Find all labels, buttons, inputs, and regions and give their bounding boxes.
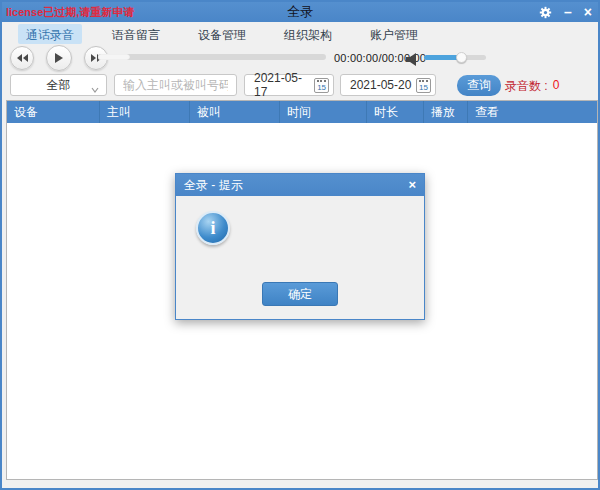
tab-device-management[interactable]: 设备管理 bbox=[190, 24, 254, 44]
play-button[interactable] bbox=[46, 45, 72, 71]
prompt-dialog: 全录 - 提示 × i 确定 bbox=[175, 173, 425, 320]
query-button[interactable]: 查询 bbox=[457, 75, 501, 96]
column-header-play[interactable]: 播放 bbox=[423, 101, 467, 123]
record-type-select[interactable]: 全部 bbox=[10, 74, 107, 96]
recording-count-value: 0 bbox=[553, 78, 560, 95]
license-warning-text: license已过期,请重新申请 bbox=[2, 5, 134, 20]
window-title: 全录 bbox=[287, 3, 313, 21]
column-header-device[interactable]: 设备 bbox=[7, 101, 99, 123]
rewind-icon bbox=[17, 54, 28, 62]
dialog-close-icon[interactable]: × bbox=[408, 174, 416, 196]
column-header-callee[interactable]: 被叫 bbox=[189, 101, 279, 123]
titlebar: license已过期,请重新申请 全录 – × bbox=[2, 2, 598, 22]
recording-count-label: 录音数 : bbox=[505, 78, 548, 95]
column-header-caller[interactable]: 主叫 bbox=[99, 101, 189, 123]
volume-fill bbox=[424, 55, 458, 60]
tab-voice-message[interactable]: 语音留言 bbox=[104, 24, 168, 44]
date-start-picker[interactable]: 2021-05-17 15 bbox=[244, 74, 334, 96]
tab-call-recording[interactable]: 通话录音 bbox=[18, 24, 82, 44]
date-end-value: 2021-05-20 bbox=[350, 78, 411, 92]
info-icon: i bbox=[196, 211, 230, 245]
table-header-row: 设备 主叫 被叫 时间 时长 播放 查看 bbox=[7, 101, 597, 123]
recording-count: 录音数 : 0 bbox=[505, 78, 559, 95]
app-window: license已过期,请重新申请 全录 – × 通话录音 语音留言 设备管理 组… bbox=[0, 0, 600, 490]
minimize-icon[interactable]: – bbox=[564, 2, 572, 22]
dialog-title: 全录 - 提示 bbox=[184, 177, 243, 194]
window-controls: – × bbox=[539, 2, 592, 22]
playback-progress-fill bbox=[98, 54, 130, 60]
dialog-titlebar: 全录 - 提示 × bbox=[176, 174, 424, 196]
column-header-view[interactable]: 查看 bbox=[467, 101, 597, 123]
column-header-duration[interactable]: 时长 bbox=[366, 101, 423, 123]
date-start-value: 2021-05-17 bbox=[254, 71, 314, 99]
close-icon[interactable]: × bbox=[584, 2, 592, 22]
number-search-input[interactable] bbox=[115, 75, 236, 95]
chevron-down-icon bbox=[91, 82, 99, 96]
play-icon bbox=[55, 53, 63, 63]
calendar-icon[interactable]: 15 bbox=[416, 78, 431, 93]
volume-slider[interactable] bbox=[424, 55, 486, 60]
date-end-picker[interactable]: 2021-05-20 15 bbox=[340, 74, 436, 96]
tab-account-management[interactable]: 账户管理 bbox=[362, 24, 426, 44]
dialog-ok-button[interactable]: 确定 bbox=[262, 282, 338, 306]
rewind-button[interactable] bbox=[10, 46, 34, 70]
number-search-box bbox=[114, 74, 237, 96]
speaker-icon[interactable] bbox=[406, 52, 420, 70]
settings-gear-icon[interactable] bbox=[539, 6, 552, 19]
main-tabs: 通话录音 语音留言 设备管理 组织架构 账户管理 bbox=[2, 24, 426, 44]
calendar-icon[interactable]: 15 bbox=[314, 78, 329, 93]
tab-organization[interactable]: 组织架构 bbox=[276, 24, 340, 44]
playback-progress-slider[interactable] bbox=[98, 54, 326, 60]
volume-handle[interactable] bbox=[456, 52, 467, 63]
column-header-time[interactable]: 时间 bbox=[279, 101, 366, 123]
record-type-value: 全部 bbox=[47, 77, 71, 94]
